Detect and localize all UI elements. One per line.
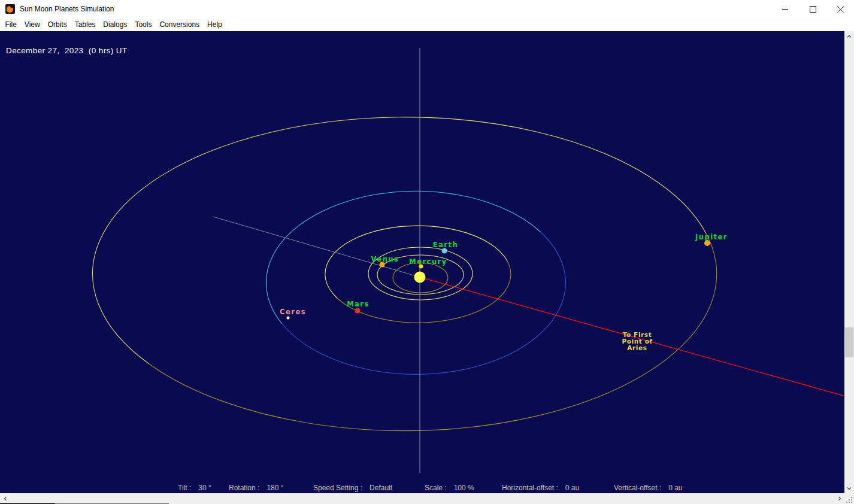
status-vertical-offset: Vertical-offset : 0 au — [614, 484, 683, 492]
menu-tables[interactable]: Tables — [71, 20, 99, 29]
rotation-label: Rotation : — [229, 484, 259, 492]
minimize-icon — [782, 9, 788, 10]
venus-label: Venus — [371, 255, 399, 263]
simulation-canvas[interactable]: Earth Venus Mercury Mars Ceres Jupiter T… — [0, 31, 844, 493]
orbit-scene: Earth Venus Mercury Mars Ceres Jupiter T… — [0, 31, 844, 493]
chevron-right-icon — [837, 496, 843, 502]
menu-bar: File View Orbits Tables Dialogs Tools Co… — [0, 18, 854, 31]
status-scale: Scale : 100 % — [425, 484, 474, 492]
vertical-offset-label: Vertical-offset : — [614, 484, 661, 492]
mars-label: Mars — [347, 300, 370, 308]
maximize-icon — [810, 6, 816, 13]
tilt-label: Tilt : — [178, 484, 191, 492]
chevron-left-icon — [2, 496, 8, 502]
anti-aries-line — [213, 217, 420, 277]
menu-help[interactable]: Help — [204, 20, 226, 29]
status-horizontal-offset: Horizontal-offset : 0 au — [502, 484, 579, 492]
app-crescent-moon-icon — [5, 4, 15, 14]
mars-orbit-lower — [337, 261, 511, 323]
ceres-dot — [287, 317, 290, 320]
vertical-scroll-thumb[interactable] — [845, 327, 853, 357]
status-tilt: Tilt : 30 ° — [178, 484, 211, 492]
scale-value: 100 % — [454, 484, 474, 492]
app-window: { "window": { "title": "Sun Moon Planets… — [0, 0, 854, 504]
menu-conversions[interactable]: Conversions — [156, 20, 204, 29]
horizontal-scrollbar[interactable] — [0, 493, 844, 504]
scroll-right-button[interactable] — [834, 493, 844, 504]
scroll-up-button[interactable] — [844, 31, 854, 41]
earth-label: Earth — [433, 241, 458, 249]
chevron-up-icon — [846, 34, 852, 40]
jupiter-label: Jupiter — [695, 233, 728, 241]
rotation-value: 180 ° — [267, 484, 283, 492]
speed-setting-label: Speed Setting : — [313, 484, 362, 492]
window-controls — [771, 0, 854, 18]
menu-view[interactable]: View — [20, 20, 44, 29]
ceres-label: Ceres — [280, 308, 306, 316]
maximize-button[interactable] — [799, 0, 826, 18]
ceres-orbit-lower — [282, 232, 565, 374]
title-bar[interactable]: Sun Moon Planets Simulation — [0, 0, 854, 18]
minimize-button[interactable] — [771, 0, 799, 18]
horizontal-offset-label: Horizontal-offset : — [502, 484, 558, 492]
status-bar: Tilt : 30 ° Rotation : 180 ° Speed Setti… — [0, 484, 844, 493]
scale-label: Scale : — [425, 484, 447, 492]
horizontal-offset-value: 0 au — [565, 484, 579, 492]
chevron-down-icon — [846, 485, 852, 491]
scroll-down-button[interactable] — [844, 483, 854, 493]
window-title: Sun Moon Planets Simulation — [20, 5, 114, 13]
ceres-orbit-upper — [266, 191, 541, 324]
jupiter-orbit-upper — [93, 117, 706, 364]
sun-dot — [414, 272, 426, 283]
status-speed-setting: Speed Setting : Default — [313, 484, 392, 492]
menu-orbits[interactable]: Orbits — [44, 20, 71, 29]
resize-grip-icon — [844, 493, 854, 504]
speed-setting-value: Default — [370, 484, 392, 492]
menu-dialogs[interactable]: Dialogs — [99, 20, 131, 29]
aries-annotation-line3: Aries — [627, 344, 647, 351]
status-rotation: Rotation : 180 ° — [229, 484, 284, 492]
vertical-scrollbar[interactable] — [844, 31, 854, 493]
close-icon — [837, 6, 844, 13]
mercury-label: Mercury — [409, 257, 447, 266]
tilt-value: 30 ° — [198, 484, 211, 492]
vertical-offset-value: 0 au — [668, 484, 682, 492]
resize-grip[interactable] — [844, 493, 854, 504]
mars-dot — [355, 308, 361, 314]
simulation-date: December 27, 2023 (0 hrs) UT — [6, 46, 128, 55]
close-button[interactable] — [826, 0, 854, 18]
menu-tools[interactable]: Tools — [131, 20, 156, 29]
menu-file[interactable]: File — [1, 20, 20, 29]
